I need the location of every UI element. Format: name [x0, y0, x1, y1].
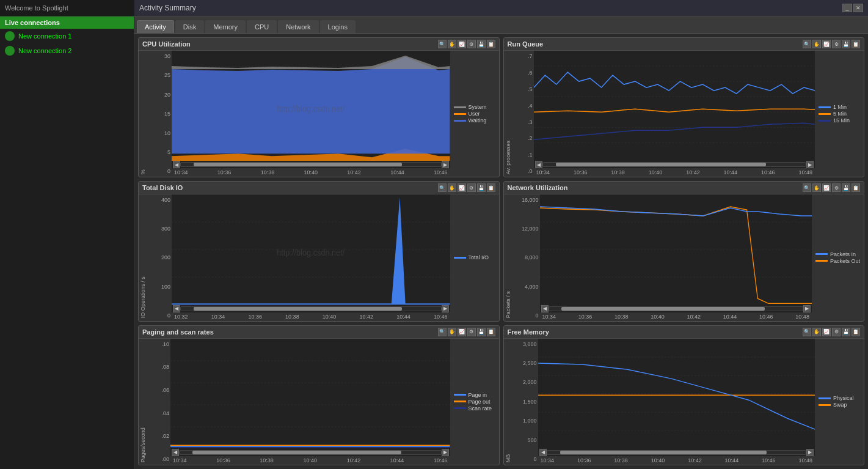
- free-memory-toolbar: 🔍 ✋ 📈 ⚙ 💾 📋: [803, 328, 860, 336]
- pg-scroll-left[interactable]: ◀: [172, 449, 179, 456]
- net-scroll-left[interactable]: ◀: [541, 305, 549, 312]
- connection2-icon: [5, 46, 15, 56]
- net-chart-svg: [540, 194, 812, 305]
- charts-grid: CPU Utilization 🔍 ✋ 📈 ⚙ 💾 📋 % 30 25: [134, 34, 868, 469]
- tab-disk[interactable]: Disk: [175, 20, 204, 33]
- disk-pan-btn[interactable]: ✋: [448, 183, 456, 192]
- sidebar: Live connections New connection 1 New co…: [0, 17, 134, 469]
- rq-scroll-left[interactable]: ◀: [535, 161, 542, 168]
- disk-io-toolbar: 🔍 ✋ 📈 ⚙ 💾 📋: [438, 183, 495, 192]
- rq-pan-btn[interactable]: ✋: [812, 40, 821, 48]
- fm-chart-svg: [538, 339, 815, 449]
- disk-scroll-left[interactable]: ◀: [173, 305, 180, 312]
- fm-save-btn[interactable]: 💾: [842, 328, 850, 336]
- tab-cpu[interactable]: CPU: [247, 20, 277, 33]
- rq-save-btn[interactable]: 💾: [842, 40, 850, 48]
- sidebar-item-connection1[interactable]: New connection 1: [0, 29, 134, 43]
- tab-activity[interactable]: Activity: [137, 20, 174, 33]
- tab-network[interactable]: Network: [278, 20, 318, 33]
- run-queue-panel: Run Queue 🔍 ✋ 📈 ⚙ 💾 📋 Av. processes .7: [503, 37, 865, 177]
- disk-chart-svg: http://blog.csdn.net/: [172, 194, 450, 305]
- cpu-scroll-right[interactable]: ▶: [442, 161, 449, 168]
- disk-scroll-right[interactable]: ▶: [442, 305, 449, 312]
- cpu-pan-btn[interactable]: ✋: [448, 40, 456, 48]
- fm-scroll-right[interactable]: ▶: [806, 449, 814, 456]
- run-queue-title: Run Queue: [508, 40, 544, 48]
- cpu-settings-btn[interactable]: ⚙: [467, 40, 476, 48]
- network-util-title: Network Utilization: [508, 184, 568, 191]
- tab-bar: Activity Disk Memory CPU Network Logins: [134, 17, 868, 34]
- disk-settings-btn[interactable]: ⚙: [467, 183, 476, 192]
- cpu-utilization-panel: CPU Utilization 🔍 ✋ 📈 ⚙ 💾 📋 % 30 25: [138, 37, 500, 177]
- fm-line-btn[interactable]: 📈: [822, 328, 831, 336]
- net-line-btn[interactable]: 📈: [822, 183, 831, 192]
- cpu-util-title: CPU Utilization: [142, 40, 191, 48]
- net-pan-btn[interactable]: ✋: [812, 183, 821, 192]
- cpu-chart-svg: http://blog.csdn.net/: [172, 51, 450, 161]
- welcome-title: Welcome to Spotlight: [5, 4, 68, 12]
- live-connections-header: Live connections: [0, 17, 134, 29]
- net-yaxis-label: Packets / s: [504, 194, 512, 320]
- pg-settings-btn[interactable]: ⚙: [467, 328, 476, 336]
- fm-legend: Physical Swap: [815, 339, 864, 465]
- paging-toolbar: 🔍 ✋ 📈 ⚙ 💾 📋: [438, 328, 495, 336]
- tab-logins[interactable]: Logins: [320, 20, 356, 33]
- tab-memory[interactable]: Memory: [205, 20, 246, 33]
- rq-scroll-right[interactable]: ▶: [806, 161, 814, 168]
- disk-zoom-btn[interactable]: 🔍: [438, 183, 447, 192]
- net-scroll-right[interactable]: ▶: [803, 305, 811, 312]
- fm-export-btn[interactable]: 📋: [852, 328, 860, 336]
- disk-io-panel: Total Disk IO 🔍 ✋ 📈 ⚙ 💾 📋 IO Operations …: [138, 181, 500, 321]
- fm-yaxis-label: MB: [504, 339, 512, 465]
- network-toolbar: 🔍 ✋ 📈 ⚙ 💾 📋: [803, 183, 860, 192]
- net-settings-btn[interactable]: ⚙: [832, 183, 841, 192]
- cpu-save-btn[interactable]: 💾: [477, 40, 486, 48]
- disk-export-btn[interactable]: 📋: [487, 183, 495, 192]
- content-area: Activity Disk Memory CPU Network Logins …: [134, 17, 868, 469]
- fm-scroll-left[interactable]: ◀: [539, 449, 547, 456]
- net-save-btn[interactable]: 💾: [842, 183, 850, 192]
- activity-summary-title: Activity Summary: [139, 4, 196, 12]
- cpu-export-btn[interactable]: 📋: [487, 40, 495, 48]
- run-queue-toolbar: 🔍 ✋ 📈 ⚙ 💾 📋: [803, 40, 860, 48]
- net-xaxis: 10:34 10:36 10:38 10:40 10:42 10:44 10:4…: [540, 312, 812, 321]
- fm-pan-btn[interactable]: ✋: [812, 328, 821, 336]
- rq-chart-svg: [534, 51, 815, 161]
- pg-yaxis-label: Pages/second: [139, 339, 147, 465]
- rq-xaxis: 10:34 10:36 10:38 10:40 10:42 10:44 10:4…: [534, 168, 815, 177]
- paging-title: Paging and scan rates: [142, 328, 214, 336]
- pg-chart-svg: [170, 339, 450, 449]
- net-export-btn[interactable]: 📋: [852, 183, 860, 192]
- disk-save-btn[interactable]: 💾: [477, 183, 486, 192]
- fm-zoom-btn[interactable]: 🔍: [803, 328, 811, 336]
- pg-line-btn[interactable]: 📈: [458, 328, 466, 336]
- close-button[interactable]: ✕: [853, 4, 863, 12]
- cpu-line-btn[interactable]: 📈: [458, 40, 466, 48]
- free-memory-panel: Free Memory 🔍 ✋ 📈 ⚙ 💾 📋 MB 3,000 2,500: [503, 325, 865, 465]
- rq-zoom-btn[interactable]: 🔍: [803, 40, 811, 48]
- pg-scroll-right[interactable]: ▶: [442, 449, 449, 456]
- connection1-label: New connection 1: [18, 32, 71, 40]
- cpu-zoom-btn[interactable]: 🔍: [438, 40, 447, 48]
- rq-export-btn[interactable]: 📋: [852, 40, 860, 48]
- net-legend: Packets In Packets Out: [812, 194, 864, 320]
- rq-yaxis-label: Av. processes: [504, 51, 512, 177]
- pg-zoom-btn[interactable]: 🔍: [438, 328, 447, 336]
- paging-legend: Page in Page out Scan rate: [450, 339, 499, 465]
- cpu-util-toolbar: 🔍 ✋ 📈 ⚙ 💾 📋: [438, 40, 495, 48]
- fm-settings-btn[interactable]: ⚙: [832, 328, 841, 336]
- rq-settings-btn[interactable]: ⚙: [832, 40, 841, 48]
- svg-marker-8: [172, 56, 450, 69]
- pg-export-btn[interactable]: 📋: [487, 328, 495, 336]
- paging-panel: Paging and scan rates 🔍 ✋ 📈 ⚙ 💾 📋 Pages/…: [138, 325, 500, 465]
- pg-pan-btn[interactable]: ✋: [448, 328, 456, 336]
- disk-line-btn[interactable]: 📈: [458, 183, 466, 192]
- minimize-button[interactable]: _: [842, 4, 852, 12]
- rq-line-btn[interactable]: 📈: [822, 40, 831, 48]
- pg-save-btn[interactable]: 💾: [477, 328, 486, 336]
- connection1-icon: [5, 31, 15, 41]
- free-memory-title: Free Memory: [508, 328, 549, 336]
- net-zoom-btn[interactable]: 🔍: [803, 183, 811, 192]
- cpu-scroll-left[interactable]: ◀: [173, 161, 180, 168]
- sidebar-item-connection2[interactable]: New connection 2: [0, 43, 134, 58]
